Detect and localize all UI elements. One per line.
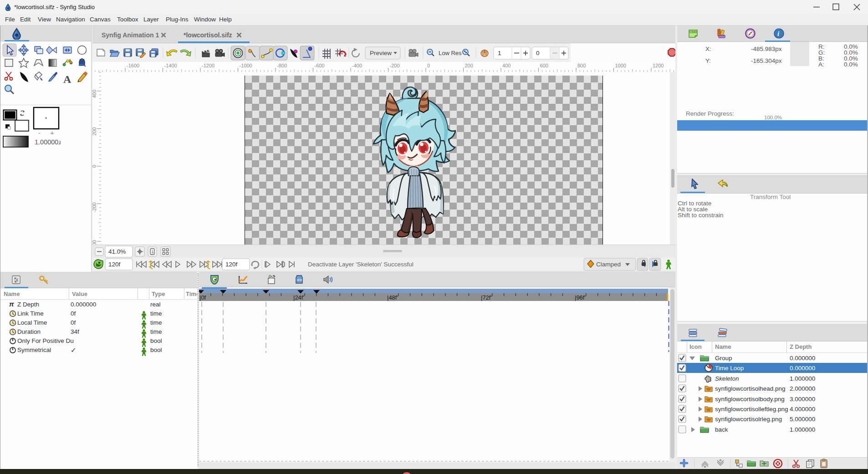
svg-text:-200: -200 xyxy=(390,63,400,68)
svg-text:✓: ✓ xyxy=(71,346,77,354)
svg-text:1: 1 xyxy=(498,50,501,56)
svg-text:-: - xyxy=(38,129,41,137)
svg-text:time: time xyxy=(150,328,162,335)
svg-text:synfiglowcortisolbody.png: synfiglowcortisolbody.png xyxy=(715,396,785,403)
svg-text:0: 0 xyxy=(427,63,430,68)
svg-text:Deactivate Layer 'Skeleton' Su: Deactivate Layer 'Skeleton' Successful xyxy=(308,261,414,268)
svg-text:back: back xyxy=(715,426,728,433)
svg-text:A: A xyxy=(63,73,71,85)
svg-text:200: 200 xyxy=(92,127,97,136)
svg-text:0f: 0f xyxy=(71,310,76,317)
svg-text:Low Res: Low Res xyxy=(439,50,462,56)
svg-text:π: π xyxy=(9,300,14,308)
svg-text:-800: -800 xyxy=(277,63,287,68)
svg-text:-1000: -1000 xyxy=(240,63,252,68)
svg-text:0.000000: 0.000000 xyxy=(71,301,96,308)
svg-text:-400: -400 xyxy=(92,240,97,245)
svg-text:Clamped: Clamped xyxy=(596,261,621,268)
svg-text:synfiglowcortisolleftleg.png: synfiglowcortisolleftleg.png xyxy=(715,406,788,413)
svg-text:1.000000: 1.000000 xyxy=(790,375,815,382)
svg-text:-1200: -1200 xyxy=(202,63,214,68)
svg-text:1.00000ɹ: 1.00000ɹ xyxy=(35,138,61,146)
svg-text:0.000000: 0.000000 xyxy=(790,365,815,372)
svg-text:time: time xyxy=(150,310,162,317)
svg-text:Only For Positive Du: Only For Positive Du xyxy=(17,337,74,344)
svg-text:0.000000: 0.000000 xyxy=(790,355,815,362)
svg-text:1: 1 xyxy=(152,250,154,254)
svg-text:0f: 0f xyxy=(71,319,76,326)
svg-text:Local Time: Local Time xyxy=(17,319,47,326)
svg-text:Preview: Preview xyxy=(370,50,392,56)
svg-text:1000: 1000 xyxy=(615,63,626,68)
svg-text:4.000000: 4.000000 xyxy=(790,406,815,413)
svg-text:time: time xyxy=(150,319,162,326)
svg-text:600: 600 xyxy=(540,63,548,68)
svg-text:Z Depth: Z Depth xyxy=(17,301,39,308)
svg-text:Symmetrical: Symmetrical xyxy=(17,347,51,353)
svg-text:0: 0 xyxy=(92,165,97,168)
svg-text:41.0%: 41.0% xyxy=(108,248,126,255)
svg-text:Link Time: Link Time xyxy=(17,310,44,317)
svg-text:120f: 120f xyxy=(108,261,121,268)
svg-text:2.000000: 2.000000 xyxy=(790,385,815,392)
svg-text:synfiglowcortisolrleg.png: synfiglowcortisolrleg.png xyxy=(715,416,782,423)
svg-text:-1600: -1600 xyxy=(127,63,139,68)
svg-text:-400: -400 xyxy=(352,63,362,68)
svg-text:34f: 34f xyxy=(71,328,79,335)
svg-text:synfiglowcortisolhead.png: synfiglowcortisolhead.png xyxy=(715,385,786,392)
svg-text:3.000000: 3.000000 xyxy=(790,396,815,403)
svg-text:-200: -200 xyxy=(92,203,97,213)
svg-text:-600: -600 xyxy=(315,63,325,68)
svg-text:400: 400 xyxy=(502,63,511,68)
svg-text:+: + xyxy=(50,129,54,137)
svg-text:bool: bool xyxy=(150,337,162,344)
svg-text:800: 800 xyxy=(577,63,586,68)
svg-text:Time Loop: Time Loop xyxy=(715,365,744,372)
svg-text:400: 400 xyxy=(92,90,97,98)
svg-text:1200: 1200 xyxy=(653,63,664,68)
svg-text:0: 0 xyxy=(536,50,540,56)
svg-text:1.000000: 1.000000 xyxy=(790,426,815,433)
svg-text:120f: 120f xyxy=(225,261,238,268)
svg-text:-1400: -1400 xyxy=(164,63,177,68)
svg-text:Group: Group xyxy=(715,355,732,362)
svg-text:5.000000: 5.000000 xyxy=(790,416,815,423)
svg-text:200: 200 xyxy=(465,63,473,68)
svg-text:Duration: Duration xyxy=(17,328,41,335)
svg-text:real: real xyxy=(150,301,161,308)
svg-text:bool: bool xyxy=(150,347,162,353)
svg-text:Skeleton: Skeleton xyxy=(715,375,739,382)
